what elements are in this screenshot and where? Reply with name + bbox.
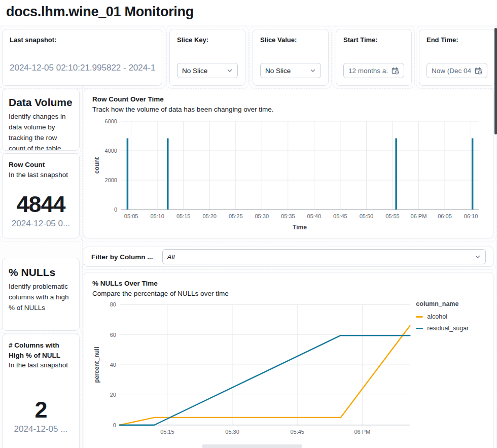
svg-text:05:30: 05:30 [225, 429, 239, 435]
left-column: Data Volume Identify changes in data vol… [2, 89, 80, 448]
chart-title: Row Count Over Time [92, 95, 485, 103]
svg-text:06 PM: 06 PM [354, 429, 371, 435]
slice-key-select[interactable]: No Slice [177, 63, 238, 78]
end-time-card: End Time: Now (Dec 04,... [419, 29, 495, 86]
row-count-value: 4844 [9, 191, 73, 218]
svg-text:06 PM: 06 PM [411, 213, 427, 219]
last-snapshot-label: Last snapshot: [10, 36, 155, 44]
svg-text:05:55: 05:55 [385, 213, 400, 219]
row-count-bar-chart: 05:0505:1005:1505:2005:2505:3005:3505:40… [92, 115, 486, 232]
chevron-down-icon [475, 254, 481, 260]
slice-value-select[interactable]: No Slice [260, 63, 321, 78]
legend-item: residual_sugar [416, 325, 485, 332]
dashboard-body: Data Volume Identify changes in data vol… [0, 86, 497, 448]
filter-by-column-select[interactable]: All [162, 249, 486, 264]
vertical-scrollbar-thumb[interactable] [494, 28, 497, 134]
legend-title: column_name [416, 300, 485, 307]
svg-text:05:50: 05:50 [360, 213, 374, 219]
last-snapshot-value: 2024-12-05 02:10:21.995822 - 2024-1... [10, 63, 155, 73]
chart-title: % NULLs Over Time [92, 280, 485, 287]
svg-text:20: 20 [110, 392, 116, 398]
svg-text:6000: 6000 [105, 118, 117, 124]
chart-subtitle: Compare the percentage of NULLs over tim… [92, 290, 485, 297]
svg-text:05:35: 05:35 [281, 213, 295, 219]
svg-text:05:15: 05:15 [160, 429, 174, 435]
high-null-columns-title: # Columns with High % of NULL [9, 340, 73, 360]
svg-text:06:10: 06:10 [464, 213, 478, 219]
chart-legend: column_name alcoholresidual_sugar [416, 299, 485, 448]
percent-nulls-title: % NULLs [9, 266, 73, 279]
start-time-label: Start Time: [343, 36, 404, 44]
percent-nulls-description: Identify problematic columns with a high… [9, 282, 73, 314]
svg-text:4000: 4000 [105, 148, 117, 154]
row-count-title: Row Count [9, 160, 73, 170]
svg-text:40: 40 [110, 362, 116, 368]
svg-text:60: 60 [110, 332, 116, 338]
right-column: Row Count Over Time Track how the volume… [84, 89, 493, 448]
last-snapshot-card: Last snapshot: 2024-12-05 02:10:21.99582… [2, 29, 162, 86]
slice-value-card: Slice Value: No Slice [253, 29, 329, 86]
legend-label: alcohol [427, 313, 447, 320]
page-title: docs.lhm.wine_01 Monitoring [6, 4, 497, 20]
svg-text:0: 0 [114, 206, 117, 213]
row-count-chart-card: Row Count Over Time Track how the volume… [84, 89, 493, 238]
start-time-card: Start Time: 12 months a... [336, 29, 412, 86]
chevron-down-icon [227, 67, 233, 74]
slice-value-select-value: No Slice [265, 67, 291, 75]
legend-label: residual_sugar [427, 325, 469, 332]
slice-key-select-value: No Slice [182, 67, 207, 75]
svg-text:percent_null: percent_null [93, 347, 100, 383]
legend-color-dash [416, 328, 423, 329]
high-null-columns-card: # Columns with High % of NULL In the las… [2, 334, 80, 448]
percent-nulls-card: % NULLs Identify problematic columns wit… [2, 258, 80, 331]
svg-text:05:25: 05:25 [229, 213, 243, 219]
legend-color-dash [416, 316, 423, 318]
high-null-columns-subtitle: In the last snapshot [9, 360, 73, 370]
filter-by-column-value: All [167, 253, 175, 261]
legend-item: alcohol [416, 313, 485, 320]
calendar-clock-icon [475, 67, 482, 75]
chart-subtitle: Track how the volume of data has been ch… [92, 106, 485, 113]
svg-text:05:45: 05:45 [290, 429, 304, 435]
high-null-columns-date: 2024-12-05 ... [9, 424, 73, 434]
chevron-down-icon [310, 67, 316, 74]
svg-text:05:05: 05:05 [124, 213, 138, 219]
data-volume-description: Identify changes in data volume by track… [9, 112, 73, 151]
filter-by-column-label: Filter by Column ... [91, 253, 153, 261]
svg-text:2000: 2000 [105, 177, 117, 183]
percent-nulls-chart-card: % NULLs Over Time Compare the percentage… [84, 272, 493, 448]
svg-text:0: 0 [113, 422, 116, 428]
svg-text:05:10: 05:10 [150, 213, 164, 219]
svg-text:80: 80 [110, 301, 116, 307]
svg-text:05:30: 05:30 [255, 213, 269, 219]
data-volume-card: Data Volume Identify changes in data vol… [2, 89, 80, 151]
start-time-value: 12 months a... [348, 67, 388, 75]
end-time-input[interactable]: Now (Dec 04,... [427, 63, 487, 78]
svg-text:05:15: 05:15 [176, 213, 191, 219]
calendar-clock-icon [392, 67, 399, 75]
svg-text:05:20: 05:20 [202, 213, 217, 219]
svg-text:Time: Time [293, 224, 307, 231]
high-null-columns-value: 2 [9, 397, 73, 423]
data-volume-title: Data Volume [9, 96, 73, 109]
end-time-label: End Time: [427, 36, 487, 44]
svg-text:count: count [93, 157, 100, 174]
svg-text:05:45: 05:45 [333, 213, 347, 219]
percent-nulls-line-chart: 05:1505:3005:4506 PM020406080percent_nul… [92, 299, 412, 448]
row-count-date: 2024-12-05 0... [9, 219, 73, 229]
filter-by-column-card: Filter by Column ... All [84, 247, 493, 267]
svg-text:05:40: 05:40 [307, 213, 322, 219]
filter-bar: Last snapshot: 2024-12-05 02:10:21.99582… [0, 25, 497, 86]
slice-value-label: Slice Value: [260, 36, 321, 44]
slice-key-label: Slice Key: [177, 36, 238, 44]
row-count-card: Row Count In the last snapshot 4844 2024… [2, 153, 80, 238]
horizontal-scrollbar-thumb[interactable] [202, 444, 302, 448]
svg-text:06:05: 06:05 [438, 213, 452, 219]
start-time-input[interactable]: 12 months a... [343, 63, 404, 78]
page-header: docs.lhm.wine_01 Monitoring [0, 0, 497, 25]
row-count-subtitle: In the last snapshot [9, 170, 73, 180]
slice-key-card: Slice Key: No Slice [169, 29, 245, 86]
end-time-value: Now (Dec 04,... [432, 67, 472, 75]
